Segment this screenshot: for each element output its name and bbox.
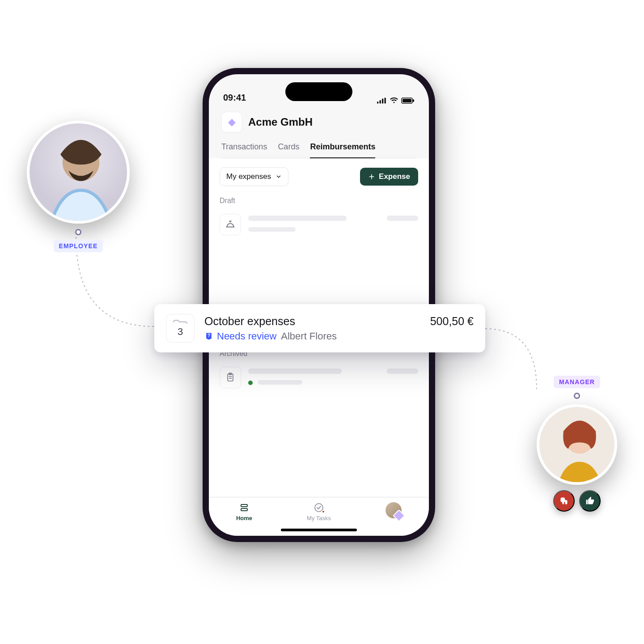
- diamond-icon: ◆: [228, 116, 236, 128]
- nav-profile[interactable]: [386, 502, 402, 518]
- clock: 09:41: [223, 93, 246, 103]
- employee-avatar: [27, 121, 130, 224]
- tab-transactions[interactable]: Transactions: [221, 142, 267, 158]
- nav-tasks-label: My Tasks: [307, 515, 331, 521]
- nav-home[interactable]: Home: [236, 502, 252, 521]
- highlight-amount: 500,50 €: [430, 315, 474, 328]
- section-draft-label: Draft: [220, 197, 418, 205]
- plus-icon: [368, 173, 375, 180]
- org-name: Acme GmbH: [248, 116, 313, 128]
- notification-dot-icon: [322, 510, 325, 513]
- filter-dropdown[interactable]: My expenses: [220, 167, 288, 186]
- review-badge-icon: ?: [204, 332, 213, 341]
- battery-icon: [401, 97, 415, 104]
- svg-rect-5: [380, 100, 381, 104]
- tabs: Transactions Cards Reimbursements: [221, 142, 416, 158]
- chevron-down-icon: [275, 174, 282, 180]
- highlight-status: Needs review: [217, 330, 276, 342]
- clipboard-icon: [220, 367, 241, 388]
- profile-avatar: [386, 502, 402, 518]
- folder-icon: 3: [166, 314, 195, 343]
- tab-cards[interactable]: Cards: [278, 142, 299, 158]
- svg-rect-10: [413, 99, 414, 102]
- list-item[interactable]: [220, 209, 418, 244]
- add-expense-button[interactable]: Expense: [360, 168, 418, 186]
- tab-reimbursements[interactable]: Reimbursements: [310, 142, 375, 158]
- list-item[interactable]: [220, 362, 418, 397]
- reject-button[interactable]: [553, 490, 575, 512]
- manager-block: MANAGER: [537, 376, 617, 512]
- highlight-title: October expenses: [204, 315, 295, 328]
- manager-role-label: MANAGER: [554, 376, 600, 388]
- manager-avatar: [537, 404, 617, 485]
- svg-rect-4: [377, 102, 378, 103]
- thumbs-up-icon: [585, 496, 594, 505]
- svg-rect-13: [241, 504, 247, 507]
- nav-home-label: Home: [236, 515, 252, 521]
- cellular-icon: [377, 97, 387, 104]
- bottom-nav: Home My Tasks: [209, 497, 429, 536]
- highlight-count: 3: [178, 326, 183, 338]
- svg-rect-9: [402, 99, 411, 102]
- employee-role-label: EMPLOYEE: [54, 240, 103, 252]
- thumbs-down-icon: [559, 496, 568, 505]
- connector-dot: [75, 229, 81, 235]
- home-indicator: [281, 529, 357, 531]
- filter-dropdown-label: My expenses: [226, 172, 271, 181]
- svg-rect-7: [385, 97, 386, 103]
- highlight-person: Albert Flores: [281, 330, 337, 342]
- svg-rect-14: [241, 508, 247, 511]
- nav-tasks[interactable]: My Tasks: [307, 502, 331, 521]
- svg-rect-6: [382, 99, 383, 104]
- expense-highlight-card[interactable]: 3 October expenses 500,50 € ? Needs revi…: [154, 304, 485, 352]
- concierge-bell-icon: [220, 214, 241, 235]
- org-logo: ◆: [221, 112, 242, 132]
- approve-button[interactable]: [579, 490, 601, 512]
- svg-text:?: ?: [208, 333, 210, 338]
- home-icon: [239, 502, 250, 513]
- connector-dot: [574, 393, 580, 399]
- employee-block: EMPLOYEE: [27, 121, 130, 252]
- dynamic-island: [285, 82, 352, 101]
- add-expense-label: Expense: [379, 172, 410, 181]
- wifi-icon: [390, 97, 398, 104]
